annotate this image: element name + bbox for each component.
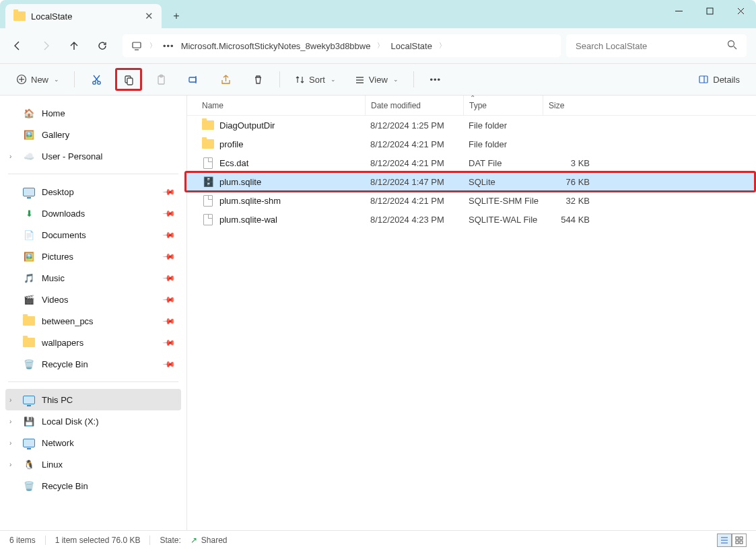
sidebar-item-gallery[interactable]: 🖼️Gallery xyxy=(5,124,181,145)
file-row[interactable]: Ecs.dat8/12/2024 4:21 PMDAT File3 KB xyxy=(187,153,756,172)
search-box[interactable] xyxy=(566,34,747,57)
cut-button[interactable] xyxy=(83,68,110,91)
view-switcher xyxy=(717,534,747,547)
sidebar-item-pictures[interactable]: 🖼️Pictures📌 xyxy=(5,246,181,267)
chevron-right-icon[interactable]: › xyxy=(9,439,11,447)
window-tab[interactable]: LocalState ✕ xyxy=(5,4,162,28)
pin-icon: 📌 xyxy=(162,314,176,328)
sidebar-item-network[interactable]: ›Network xyxy=(5,432,181,453)
file-type: SQLITE-SHM File xyxy=(463,196,543,206)
file-row[interactable]: plum.sqlite-wal8/12/2024 4:23 PMSQLITE-W… xyxy=(187,210,756,229)
sidebar-item-thispc[interactable]: ›This PC xyxy=(5,389,181,410)
chevron-right-icon[interactable]: › xyxy=(9,418,11,425)
file-name: plum.sqlite-shm xyxy=(219,196,281,206)
file-name: profile xyxy=(219,139,243,149)
sidebar-item-music[interactable]: 🎵Music📌 xyxy=(5,267,181,289)
file-name: Ecs.dat xyxy=(219,158,248,168)
sidebar-item-recyclebin[interactable]: 🗑️Recycle Bin📌 xyxy=(5,353,181,375)
file-icon xyxy=(202,157,214,169)
sidebar-item-user[interactable]: ›☁️User - Personal xyxy=(5,145,181,167)
refresh-button[interactable] xyxy=(94,38,110,54)
recyclebin-icon: 🗑️ xyxy=(23,480,35,492)
disk-icon: 💾 xyxy=(23,415,35,427)
pin-icon: 📌 xyxy=(162,271,176,285)
up-button[interactable] xyxy=(66,38,82,54)
file-size: 3 KB xyxy=(543,158,595,168)
address-bar[interactable]: 〉 ••• Microsoft.MicrosoftStickyNotes_8we… xyxy=(123,34,561,57)
chevron-right-icon[interactable]: › xyxy=(9,461,11,468)
status-state-label: State: xyxy=(160,536,180,545)
sidebar-item-between-pcs[interactable]: between_pcs📌 xyxy=(5,310,181,332)
ellipsis-icon[interactable]: ••• xyxy=(163,41,174,51)
breadcrumb-1[interactable]: Microsoft.MicrosoftStickyNotes_8wekyb3d8… xyxy=(181,41,371,51)
minimize-button[interactable] xyxy=(663,0,694,22)
file-icon: 🗄️ xyxy=(202,176,214,188)
chevron-right-icon[interactable]: 〉 xyxy=(149,41,156,50)
view-details-button[interactable] xyxy=(717,534,732,547)
file-row[interactable]: plum.sqlite-shm8/12/2024 4:21 PMSQLITE-S… xyxy=(187,191,756,210)
recyclebin-icon: 🗑️ xyxy=(23,358,35,370)
pin-icon: 📌 xyxy=(162,207,176,221)
column-date[interactable]: Date modified xyxy=(365,96,463,115)
file-size: 544 KB xyxy=(543,215,595,225)
file-row[interactable]: 🗄️plum.sqlite8/12/2024 1:47 PMSQLite76 K… xyxy=(187,172,756,191)
sidebar-item-recyclebin2[interactable]: 🗑️Recycle Bin xyxy=(5,475,181,497)
file-type: File folder xyxy=(463,139,543,149)
sidebar-item-home[interactable]: 🏠Home xyxy=(5,102,181,124)
sidebar-item-documents[interactable]: 📄Documents📌 xyxy=(5,224,181,246)
chevron-right-icon[interactable]: 〉 xyxy=(439,41,446,50)
sidebar-item-desktop[interactable]: Desktop📌 xyxy=(5,181,181,203)
forward-button[interactable] xyxy=(38,38,54,54)
column-name[interactable]: Name xyxy=(202,101,365,110)
new-button[interactable]: New⌄ xyxy=(9,68,66,91)
file-type: SQLite xyxy=(463,177,543,187)
file-icon xyxy=(202,138,214,150)
sidebar-item-wallpapers[interactable]: wallpapers📌 xyxy=(5,332,181,353)
file-name: plum.sqlite xyxy=(219,177,261,187)
sidebar-item-videos[interactable]: 🎬Videos📌 xyxy=(5,289,181,310)
copy-button[interactable] xyxy=(115,68,142,91)
more-button[interactable]: ••• xyxy=(422,68,449,91)
file-row[interactable]: profile8/12/2024 4:21 PMFile folder xyxy=(187,135,756,153)
delete-button[interactable] xyxy=(244,68,271,91)
file-row[interactable]: DiagOutputDir8/12/2024 1:25 PMFile folde… xyxy=(187,116,756,135)
chevron-right-icon[interactable]: 〉 xyxy=(377,41,384,50)
address-area: 〉 ••• Microsoft.MicrosoftStickyNotes_8we… xyxy=(123,34,747,57)
share-button[interactable] xyxy=(212,68,239,91)
divider xyxy=(279,71,280,87)
rename-button[interactable] xyxy=(180,68,207,91)
breadcrumb-2[interactable]: LocalState xyxy=(390,41,432,51)
paste-button[interactable] xyxy=(147,68,174,91)
chevron-right-icon[interactable]: › xyxy=(9,153,11,160)
details-pane-button[interactable]: Details xyxy=(691,68,747,91)
downloads-icon: ⬇ xyxy=(23,207,35,219)
file-size: 32 KB xyxy=(543,196,595,206)
music-icon: 🎵 xyxy=(23,272,35,284)
chevron-down-icon: ⌄ xyxy=(331,76,336,83)
view-button[interactable]: View⌄ xyxy=(348,68,405,91)
close-window-button[interactable] xyxy=(725,0,756,22)
sidebar-item-downloads[interactable]: ⬇Downloads📌 xyxy=(5,203,181,224)
chevron-right-icon[interactable]: › xyxy=(9,396,11,404)
divider xyxy=(45,536,46,545)
new-tab-button[interactable]: + xyxy=(166,5,187,27)
search-input[interactable] xyxy=(576,41,727,51)
pin-icon: 📌 xyxy=(162,336,176,350)
file-size: 76 KB xyxy=(543,177,595,187)
svg-point-12 xyxy=(97,81,100,83)
pc-icon xyxy=(131,40,143,52)
folder-icon xyxy=(23,336,35,349)
sidebar-item-linux[interactable]: ›🐧Linux xyxy=(5,453,181,475)
back-button[interactable] xyxy=(9,38,26,54)
sidebar-item-localdisk[interactable]: ›💾Local Disk (X:) xyxy=(5,410,181,432)
close-tab-icon[interactable]: ✕ xyxy=(145,10,153,22)
pin-icon: 📌 xyxy=(162,293,176,307)
pin-icon: 📌 xyxy=(162,357,176,371)
gallery-icon: 🖼️ xyxy=(23,129,35,141)
column-headers: ⌃ Name Date modified Type Size xyxy=(187,96,756,116)
view-icons-button[interactable] xyxy=(732,534,747,547)
svg-rect-31 xyxy=(736,541,738,544)
maximize-button[interactable] xyxy=(694,0,725,22)
sort-button[interactable]: Sort⌄ xyxy=(288,68,343,91)
column-size[interactable]: Size xyxy=(543,96,595,115)
